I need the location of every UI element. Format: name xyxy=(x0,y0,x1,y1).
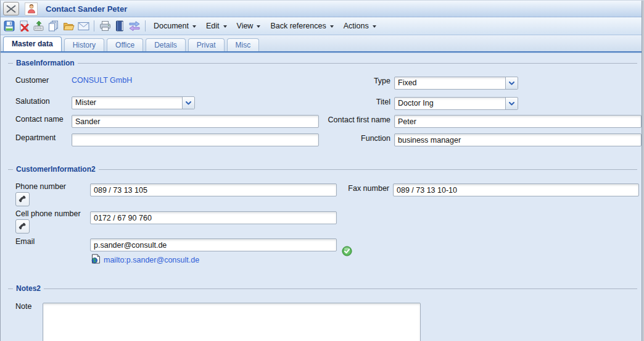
contact-window: Contact Sander Peter xyxy=(0,0,644,341)
phone-number-label: Phone number xyxy=(15,182,66,191)
contact-name-label: Contact name xyxy=(15,115,64,124)
window-right-edge xyxy=(642,1,644,341)
tab-bar: Master data History Office Details Priva… xyxy=(1,35,644,53)
print-button[interactable] xyxy=(97,19,112,33)
chevron-down-icon[interactable] xyxy=(505,77,518,89)
customer-link[interactable]: CONSULT GmbH xyxy=(72,76,132,85)
keyboard-import-icon xyxy=(33,20,44,32)
department-label: Department xyxy=(15,133,56,142)
email-input[interactable] xyxy=(90,238,337,251)
open-folder-icon xyxy=(63,20,75,32)
chevron-down-icon xyxy=(373,25,376,28)
toolbar: Document Edit View Back references Actio… xyxy=(1,17,644,35)
chevron-down-icon xyxy=(223,25,227,28)
notebook-icon xyxy=(115,20,125,32)
save-icon xyxy=(4,20,15,32)
menu-actions[interactable]: Actions xyxy=(339,19,381,33)
group-legend: CustomerInformation2 xyxy=(13,165,99,174)
dial-phone-button[interactable] xyxy=(15,192,30,206)
menu-document[interactable]: Document xyxy=(149,19,201,33)
menu-edit[interactable]: Edit xyxy=(201,19,232,33)
cell-phone-label: Cell phone number xyxy=(15,209,81,218)
menu-back-references[interactable]: Back references xyxy=(265,19,338,33)
tab-office[interactable]: Office xyxy=(107,38,143,51)
group-notes2: Notes2 xyxy=(8,288,637,289)
mailto-link[interactable]: mailto:p.sander@consult.de xyxy=(104,256,199,264)
group-base-information: BaseInformation xyxy=(8,63,637,64)
valid-check-icon xyxy=(342,246,352,256)
delete-icon xyxy=(19,20,30,32)
close-button[interactable] xyxy=(3,2,19,15)
chevron-down-icon xyxy=(192,25,196,28)
type-label: Type xyxy=(304,77,390,85)
toolbar-separator xyxy=(94,20,94,32)
close-icon xyxy=(6,5,16,13)
menu-view[interactable]: View xyxy=(232,19,266,33)
salutation-label: Salutation xyxy=(15,97,50,106)
toolbar-separator xyxy=(145,20,146,32)
tab-misc[interactable]: Misc xyxy=(227,38,260,51)
page-title: Contact Sander Peter xyxy=(46,4,127,14)
title-bar: Contact Sander Peter xyxy=(1,1,644,17)
note-label: Note xyxy=(15,302,31,311)
department-input[interactable] xyxy=(72,133,319,146)
function-label: Function xyxy=(304,134,390,143)
keyboard-import-button[interactable] xyxy=(31,19,46,33)
delete-button[interactable] xyxy=(17,19,31,33)
group-legend: Notes2 xyxy=(13,284,44,293)
contact-first-name-label: Contact first name xyxy=(304,116,390,124)
email-button[interactable] xyxy=(76,19,91,33)
tab-details[interactable]: Details xyxy=(146,38,186,51)
tab-master-data[interactable]: Master data xyxy=(3,36,62,51)
open-folder-button[interactable] xyxy=(61,19,76,33)
phone-icon xyxy=(18,195,27,204)
tab-history[interactable]: History xyxy=(64,38,104,51)
function-input[interactable] xyxy=(394,133,642,146)
type-select[interactable]: Fixed xyxy=(394,77,518,90)
customer-label: Customer xyxy=(15,76,49,85)
copy-button[interactable] xyxy=(46,19,61,33)
transfer-arrows-icon xyxy=(128,21,141,31)
transfer-button[interactable] xyxy=(127,19,142,33)
dial-cell-phone-button[interactable] xyxy=(15,219,30,234)
chevron-down-icon xyxy=(330,25,334,28)
chevron-down-icon xyxy=(257,25,260,28)
fax-number-label: Fax number xyxy=(304,184,389,193)
save-button[interactable] xyxy=(2,19,17,33)
titel-select[interactable]: Doctor Ing xyxy=(394,97,518,110)
phone-icon xyxy=(18,222,27,231)
contact-person-icon xyxy=(25,2,38,15)
cell-phone-input[interactable] xyxy=(90,211,337,224)
group-customer-information2: CustomerInformation2 xyxy=(8,169,637,170)
chevron-down-icon[interactable] xyxy=(505,98,518,109)
notebook-button[interactable] xyxy=(112,19,127,33)
master-data-panel: BaseInformation Customer CONSULT GmbH Ty… xyxy=(1,53,644,341)
contact-first-name-input[interactable] xyxy=(394,115,642,128)
fax-number-input[interactable] xyxy=(393,183,639,196)
copy-icon xyxy=(48,20,59,32)
tab-privat[interactable]: Privat xyxy=(188,38,225,51)
chevron-down-icon[interactable] xyxy=(182,97,194,109)
email-label: Email xyxy=(15,237,35,246)
email-icon xyxy=(78,22,89,31)
salutation-select[interactable]: Mister xyxy=(72,96,195,109)
phone-number-input[interactable] xyxy=(90,183,337,196)
group-legend: BaseInformation xyxy=(13,59,78,67)
contact-name-input[interactable] xyxy=(72,115,319,128)
note-textarea[interactable] xyxy=(43,303,421,341)
print-icon xyxy=(99,20,111,32)
mailto-page-globe-icon xyxy=(91,254,101,264)
titel-label: Titel xyxy=(304,98,390,106)
